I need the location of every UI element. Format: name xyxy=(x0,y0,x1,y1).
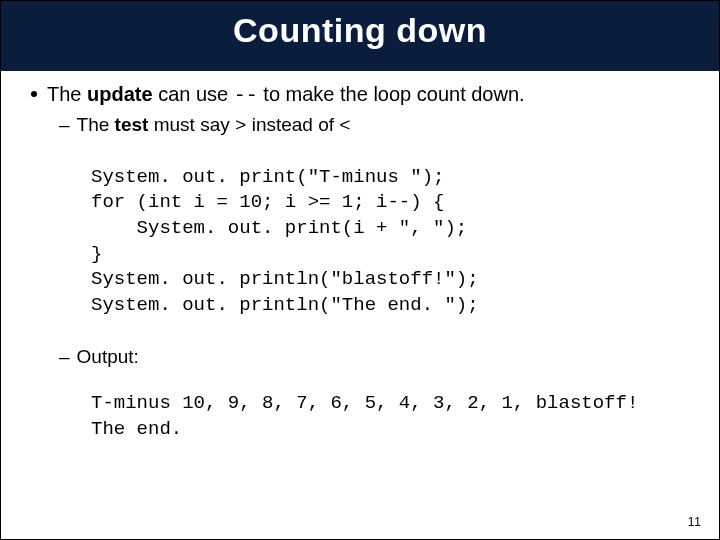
text-bold: update xyxy=(87,83,153,105)
inline-code: > xyxy=(235,115,246,137)
bullet-1-text: The update can use -- to make the loop c… xyxy=(47,81,525,109)
slide-title: Counting down xyxy=(233,11,487,50)
slide: Counting down The update can use -- to m… xyxy=(0,0,720,540)
dash-icon: – xyxy=(59,113,70,138)
text-fragment: The xyxy=(77,114,115,135)
bullet-dot-icon xyxy=(31,91,37,97)
text-fragment: instead of xyxy=(246,114,339,135)
output-block: T-minus 10, 9, 8, 7, 6, 5, 4, 3, 2, 1, b… xyxy=(91,391,697,442)
sub-bullet-1-text: The test must say > instead of < xyxy=(77,113,351,139)
title-band: Counting down xyxy=(1,1,719,71)
page-number: 11 xyxy=(688,515,701,529)
inline-code: < xyxy=(339,115,350,137)
output-label: Output: xyxy=(77,345,139,370)
text-fragment: can use xyxy=(153,83,234,105)
sub-bullet-1: – The test must say > instead of < xyxy=(59,113,697,139)
text-fragment: to make the loop count down. xyxy=(258,83,525,105)
bullet-1: The update can use -- to make the loop c… xyxy=(31,81,697,109)
dash-icon: – xyxy=(59,345,70,370)
code-block: System. out. print("T-minus "); for (int… xyxy=(91,165,697,319)
sub-bullet-output: – Output: xyxy=(59,345,697,370)
text-fragment: The xyxy=(47,83,87,105)
text-fragment: must say xyxy=(148,114,235,135)
inline-code: -- xyxy=(234,84,258,107)
slide-body: The update can use -- to make the loop c… xyxy=(1,71,719,443)
text-bold: test xyxy=(115,114,149,135)
